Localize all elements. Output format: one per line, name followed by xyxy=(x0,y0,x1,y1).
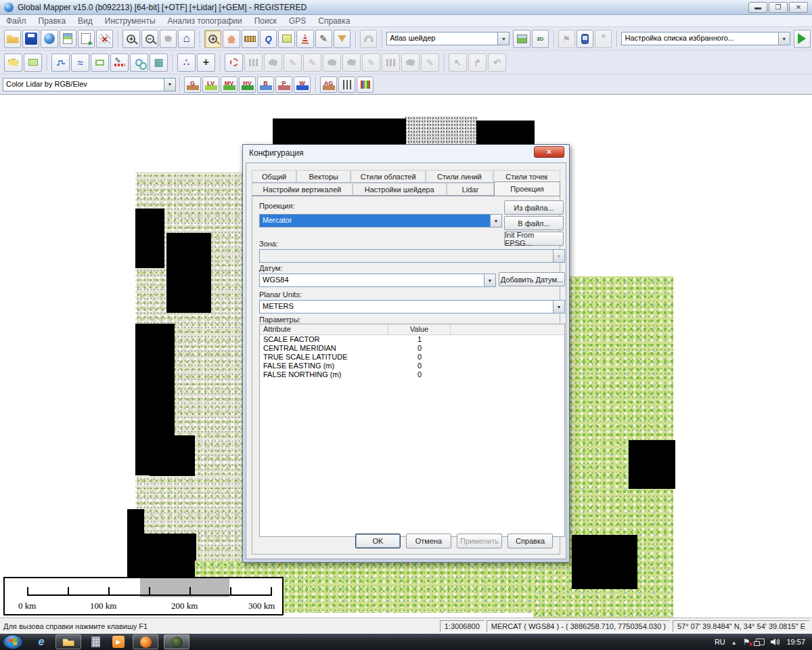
full-view-button[interactable] xyxy=(178,30,195,48)
table-row[interactable]: FALSE EASTING (m) 0 xyxy=(260,362,564,370)
restore-button[interactable]: ❐ xyxy=(769,2,788,13)
language-indicator[interactable]: RU xyxy=(715,638,725,646)
create-point-button[interactable] xyxy=(177,53,196,72)
info-tool-button[interactable] xyxy=(260,30,277,48)
taskbar-firefox-button[interactable] xyxy=(133,634,158,649)
lidar-filter-button[interactable] xyxy=(338,77,355,93)
chevron-down-icon[interactable]: ▼ xyxy=(484,274,495,286)
to-file-button[interactable]: В файл... xyxy=(504,216,564,230)
menu-gps[interactable]: GPS xyxy=(283,16,312,26)
unload-all-button[interactable] xyxy=(96,30,113,48)
online-data-button[interactable] xyxy=(41,30,58,48)
export-button[interactable] xyxy=(78,30,95,48)
menu-search[interactable]: Поиск xyxy=(248,16,283,26)
tab-projection[interactable]: Проекция xyxy=(494,181,560,196)
lidar-ag-button[interactable]: AG xyxy=(320,77,337,93)
lidar-low-veg-button[interactable]: LV xyxy=(202,77,219,93)
zoom-tool-button[interactable]: + xyxy=(204,30,221,48)
value-header[interactable]: Value xyxy=(388,324,451,335)
shader-options-button[interactable] xyxy=(513,30,530,48)
minimize-button[interactable]: ▬ xyxy=(748,2,767,13)
taskbar-ie-button[interactable] xyxy=(32,634,50,649)
create-freehand-button[interactable] xyxy=(71,53,89,72)
chevron-down-icon[interactable]: ▼ xyxy=(490,215,501,227)
taskbar-calculator-button[interactable] xyxy=(87,634,104,649)
create-line-button[interactable] xyxy=(51,53,70,72)
menu-terrain-analysis[interactable]: Анализ топографии xyxy=(162,16,248,26)
save-workspace-button[interactable] xyxy=(22,30,39,48)
table-row[interactable]: TRUE SCALE LATITUDE 0 xyxy=(260,353,564,362)
table-row[interactable]: CENTRAL MERIDIAN 0 xyxy=(260,344,564,353)
tab-lidar[interactable]: Lidar xyxy=(447,183,494,196)
digitizer-tool-button[interactable] xyxy=(315,30,332,48)
ok-button[interactable]: OK xyxy=(355,534,401,548)
zoom-out-button[interactable]: − xyxy=(141,30,158,48)
lidar-power-button[interactable]: P xyxy=(275,77,292,93)
table-row[interactable]: SCALE FACTOR 1 xyxy=(260,335,564,344)
favorites-combo[interactable]: Настройка списка избранного... ▼ xyxy=(621,32,790,45)
lidar-ground-button[interactable]: G xyxy=(184,77,201,93)
tab-vertical-options[interactable]: Настройки вертикалей xyxy=(252,183,353,196)
create-range-ring-button[interactable] xyxy=(225,53,243,72)
lidar-building-button[interactable]: B xyxy=(257,77,274,93)
speaker-icon[interactable] xyxy=(771,638,780,646)
start-button[interactable] xyxy=(3,634,23,649)
menu-view[interactable]: Вид xyxy=(72,16,99,26)
datum-combo[interactable]: WGS84 ▼ xyxy=(259,274,496,287)
taskbar-media-player-button[interactable] xyxy=(110,634,127,649)
init-from-epsg-button[interactable]: Init From EPSG... xyxy=(504,232,564,246)
chevron-down-icon[interactable]: ▼ xyxy=(778,32,790,45)
taskbar-explorer-button[interactable] xyxy=(55,634,81,649)
network-icon[interactable] xyxy=(756,638,765,645)
create-grid-button[interactable] xyxy=(150,53,168,72)
create-area-button[interactable] xyxy=(4,53,22,72)
open-file-button[interactable] xyxy=(4,30,21,48)
projection-combo[interactable]: Mercator ▼ xyxy=(259,214,502,228)
3d-view-button[interactable] xyxy=(532,30,549,48)
tray-expand-icon[interactable] xyxy=(731,638,737,646)
chevron-down-icon[interactable]: ▼ xyxy=(553,301,564,313)
zoom-in-button[interactable]: + xyxy=(122,30,139,48)
chevron-down-icon[interactable]: ▼ xyxy=(497,32,509,45)
close-button[interactable]: ✕ xyxy=(789,2,808,13)
action-center-icon[interactable] xyxy=(743,637,750,647)
view-shed-button[interactable] xyxy=(296,30,313,48)
create-cogo-button[interactable] xyxy=(110,53,129,72)
pan-tool-button[interactable] xyxy=(223,30,240,48)
clock[interactable]: 19:57 xyxy=(786,638,805,646)
tab-line-styles[interactable]: Стили линий xyxy=(426,170,493,183)
lidar-med-veg-button[interactable]: MV xyxy=(221,77,238,93)
lidar-high-veg-button[interactable]: HV xyxy=(239,77,256,93)
table-row[interactable]: FALSE NORTHING (m) 0 xyxy=(260,370,564,379)
chevron-down-icon[interactable]: ▼ xyxy=(164,79,175,91)
add-datum-button[interactable]: Добавить Датум... xyxy=(499,272,565,286)
attribute-header[interactable]: Attribute xyxy=(260,324,388,335)
create-rect-area-button[interactable] xyxy=(24,53,42,72)
tab-shader-options[interactable]: Настройки шейдера xyxy=(353,183,447,196)
from-file-button[interactable]: Из файла... xyxy=(504,200,564,215)
shader-combo[interactable]: Atlas шейдер ▼ xyxy=(386,32,510,45)
menu-help[interactable]: Справка xyxy=(312,16,356,26)
create-circle-button[interactable] xyxy=(130,53,148,72)
dialog-close-button[interactable]: ✕ xyxy=(534,146,564,158)
help-button[interactable]: Справка xyxy=(508,534,553,548)
menu-file[interactable]: Файл xyxy=(0,16,32,26)
create-rect-line-button[interactable] xyxy=(91,53,109,72)
gps-button[interactable] xyxy=(577,30,593,48)
lidar-color-grid-button[interactable] xyxy=(357,77,374,93)
overlay-control-center-button[interactable] xyxy=(60,30,76,48)
tab-area-styles[interactable]: Стили областей xyxy=(351,170,426,183)
zoom-previous-button[interactable] xyxy=(160,30,177,48)
menu-tools[interactable]: Инструменты xyxy=(99,16,162,26)
measure-tool-button[interactable] xyxy=(242,30,258,48)
run-favorite-button[interactable] xyxy=(794,30,811,48)
tab-general[interactable]: Общий xyxy=(252,170,296,183)
cancel-button[interactable]: Отмена xyxy=(406,534,451,548)
lidar-combo[interactable]: Color Lidar by RGB/Elev ▼ xyxy=(3,78,176,91)
menu-edit[interactable]: Правка xyxy=(32,16,72,26)
tab-vectors[interactable]: Векторы xyxy=(296,170,351,183)
taskbar-global-mapper-button[interactable] xyxy=(164,634,189,649)
lidar-water-button[interactable]: W xyxy=(294,77,311,93)
feature-info-button[interactable] xyxy=(278,30,295,48)
planar-units-combo[interactable]: METERS ▼ xyxy=(259,300,565,313)
